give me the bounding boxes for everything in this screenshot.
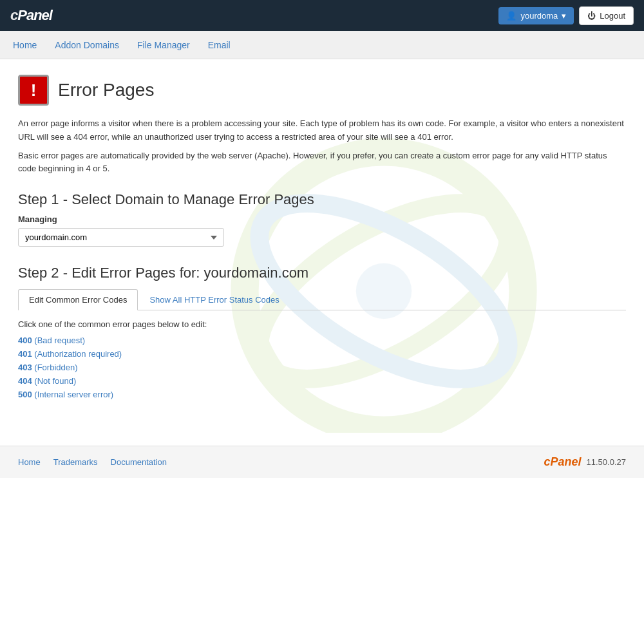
dropdown-arrow-icon: ▾ [562,11,566,21]
description-1: An error page informs a visitor when the… [18,117,626,144]
error-400-desc: (Bad request) [34,336,85,345]
list-item: 401 (Authorization required) [18,349,626,359]
error-401-desc: (Authorization required) [34,349,122,359]
error-404-desc: (Not found) [34,376,76,386]
footer-version: 11.50.0.27 [587,457,626,467]
logout-button[interactable]: ⏻ Logout [579,6,634,25]
user-icon: 👤 [506,11,516,21]
error-400-code: 400 [18,336,32,345]
page-title-row: ! Error Pages [18,75,626,106]
footer-links: Home Trademarks Documentation [18,457,167,467]
footer: Home Trademarks Documentation cPanel 11.… [0,446,644,478]
list-item: 404 (Not found) [18,376,626,386]
page-title: Error Pages [58,80,154,100]
footer-branding: cPanel 11.50.0.27 [544,455,627,469]
domain-select[interactable]: yourdomain.com [18,228,224,247]
error-500-desc: (Internal server error) [34,390,113,399]
nav-email[interactable]: Email [208,40,231,50]
footer-trademarks-link[interactable]: Trademarks [53,457,98,467]
cpanel-logo: cPanel [10,7,52,24]
error-404-code: 404 [18,376,32,386]
nav-home[interactable]: Home [13,40,37,50]
main-content: ! Error Pages An error page informs a vi… [0,59,644,433]
footer-home-link[interactable]: Home [18,457,41,467]
header-actions: 👤 yourdoma ▾ ⏻ Logout [498,6,634,25]
list-item: 403 (Forbidden) [18,363,626,372]
error-500-link[interactable]: 500 (Internal server error) [18,390,113,399]
main-nav: Home Addon Domains File Manager Email [0,31,644,59]
error-403-link[interactable]: 403 (Forbidden) [18,363,78,372]
error-code-list: 400 (Bad request) 401 (Authorization req… [18,336,626,399]
tab-edit-common[interactable]: Edit Common Error Codes [18,289,138,310]
managing-label: Managing [18,214,626,224]
error-pages-icon: ! [18,75,49,106]
footer-documentation-link[interactable]: Documentation [111,457,167,467]
error-403-desc: (Forbidden) [34,363,77,372]
description-2: Basic error pages are automatically prov… [18,149,626,176]
username-label: yourdoma [520,11,558,21]
error-404-link[interactable]: 404 (Not found) [18,376,76,386]
step2-heading: Step 2 - Edit Error Pages for: yourdomai… [18,265,626,281]
tabs: Edit Common Error Codes Show All HTTP Er… [18,289,626,310]
logout-label: Logout [600,11,625,21]
tab-show-all[interactable]: Show All HTTP Error Status Codes [139,289,289,310]
list-item: 400 (Bad request) [18,336,626,345]
error-401-link[interactable]: 401 (Authorization required) [18,349,122,359]
error-403-code: 403 [18,363,32,372]
logout-icon: ⏻ [587,11,596,21]
list-item: 500 (Internal server error) [18,390,626,399]
footer-cpanel-logo: cPanel [544,455,582,469]
user-menu-button[interactable]: 👤 yourdoma ▾ [498,7,574,24]
error-401-code: 401 [18,349,32,359]
error-500-code: 500 [18,390,32,399]
nav-addon-domains[interactable]: Addon Domains [55,40,119,50]
header: cPanel 👤 yourdoma ▾ ⏻ Logout [0,0,644,31]
error-400-link[interactable]: 400 (Bad request) [18,336,85,345]
error-intro: Click one of the common error pages belo… [18,319,626,329]
step1-heading: Step 1 - Select Domain to Manage Error P… [18,191,626,208]
nav-file-manager[interactable]: File Manager [137,40,190,50]
